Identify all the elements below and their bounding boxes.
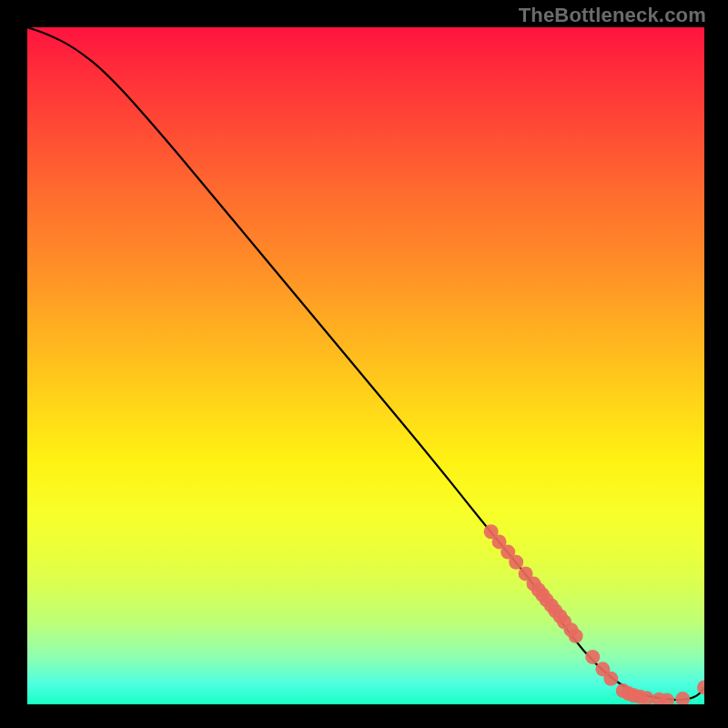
highlight-point [675, 692, 690, 704]
highlight-point [500, 545, 515, 560]
highlight-point [509, 555, 523, 570]
watermark-label: TheBottleneck.com [519, 4, 706, 27]
highlight-point [553, 609, 568, 623]
highlight-point [632, 690, 647, 704]
plot-area [27, 27, 704, 704]
highlight-point [595, 662, 610, 676]
highlight-point [544, 598, 559, 612]
highlight-point [557, 614, 571, 629]
highlight-point [492, 534, 507, 549]
chart-overlay [27, 27, 704, 704]
highlight-point [484, 524, 499, 539]
highlight-point [540, 592, 554, 607]
highlight-point [603, 672, 618, 686]
highlight-point [569, 629, 583, 643]
highlight-point [535, 587, 550, 602]
highlight-point [622, 686, 636, 701]
highlight-points-group [484, 524, 704, 704]
highlight-point [640, 691, 654, 704]
chart-stage: TheBottleneck.com [0, 0, 728, 728]
highlight-point [652, 693, 666, 704]
curve-line [27, 27, 704, 700]
highlight-point [616, 683, 631, 698]
highlight-point [585, 650, 600, 664]
highlight-point [519, 566, 533, 581]
highlight-point [660, 693, 674, 704]
highlight-point [531, 582, 546, 597]
highlight-point [563, 622, 578, 637]
highlight-point [627, 688, 642, 703]
highlight-point [548, 603, 562, 618]
highlight-point [697, 680, 704, 694]
highlight-point [527, 577, 541, 592]
